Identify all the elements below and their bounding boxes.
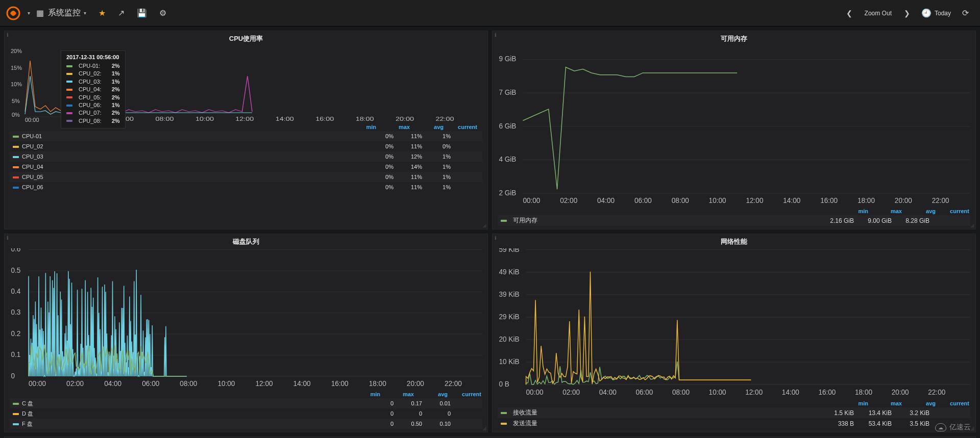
panel-menu-icon[interactable]: ℹ [7,32,9,38]
legend-header: min max avg current [498,398,970,407]
svg-text:0%: 0% [12,112,20,118]
disk-chart[interactable]: 00.10.20.30.40.50.6 00:0002:0004:0006:00… [10,248,482,389]
star-button[interactable]: ★ [92,4,112,22]
time-forward-button[interactable]: ❯ [898,5,916,21]
legend-col-avg[interactable]: avg [911,400,936,406]
zoom-out-button[interactable]: Zoom Out [859,6,898,21]
legend-row[interactable]: CPU_050%11%1% [10,172,482,182]
legend-col-avg[interactable]: avg [911,208,936,214]
panel-title[interactable]: CPU使用率 [5,31,487,45]
svg-text:08:00: 08:00 [672,388,690,397]
resize-handle-icon[interactable]: ◢ [970,425,974,431]
legend-col-current[interactable]: current [945,208,969,214]
svg-text:00:00: 00:00 [25,117,39,122]
svg-text:08:00: 08:00 [672,197,689,204]
panel-memory: ℹ 可用内存 2 GiB4 GiB6 GiB7 GiB9 GiB 00:0002… [492,31,976,229]
svg-text:10:00: 10:00 [195,116,214,122]
legend-header: min max avg current [498,206,970,215]
svg-text:08:00: 08:00 [156,116,174,122]
save-button[interactable]: 💾 [131,4,153,22]
panel-title[interactable]: 可用内存 [493,31,975,45]
time-back-button[interactable]: ❮ [840,5,859,21]
legend-col-max[interactable]: max [385,124,410,130]
legend-row[interactable]: CPU_040%14%1% [10,162,482,172]
watermark-text: 亿速云 [949,423,971,432]
svg-text:20:00: 20:00 [396,116,414,122]
svg-text:0.6: 0.6 [11,248,20,253]
svg-text:00:00: 00:00 [29,380,46,388]
dashboard-picker[interactable]: ▦ 系统监控 ▾ [30,4,92,22]
legend-row[interactable]: 可用内存2.16 GiB9.00 GiB8.28 GiB [498,215,970,226]
svg-text:14:00: 14:00 [293,380,311,388]
grafana-logo-icon[interactable] [5,5,21,21]
clock-icon: 🕘 [921,8,932,18]
panel-title[interactable]: 网络性能 [493,234,975,248]
time-range-picker[interactable]: 🕘 Today [916,4,956,22]
tooltip-row: CPU_03:1% [66,78,120,86]
resize-handle-icon[interactable]: ◢ [970,222,974,228]
legend-row[interactable]: F 盘00.500.10 [10,419,482,429]
cpu-legend-table: CPU-010%11%1%CPU_020%11%0%CPU_030%12%1%C… [10,131,482,192]
svg-text:20%: 20% [11,48,22,54]
tooltip-timestamp: 2017-12-31 00:56:00 [66,54,120,60]
panel-menu-icon[interactable]: ℹ [7,235,9,241]
svg-text:22:00: 22:00 [932,197,949,204]
panel-menu-icon[interactable]: ℹ [495,32,497,38]
legend-col-max[interactable]: max [877,400,902,406]
svg-text:15%: 15% [11,65,22,71]
top-navbar: ▾ ▦ 系统监控 ▾ ★ ↗ 💾 ⚙ ❮ Zoom Out ❯ 🕘 Today … [0,0,980,27]
svg-text:02:00: 02:00 [562,388,580,397]
svg-text:0: 0 [11,372,15,380]
legend-col-min[interactable]: min [356,391,380,397]
resize-handle-icon[interactable]: ◢ [482,222,486,228]
legend-row[interactable]: 接收流量1.5 KiB13.4 KiB3.2 KiB [498,407,970,418]
tooltip-row: CPU_02:1% [66,70,120,78]
legend-row[interactable]: 发送流量338 B53.4 KiB3.5 KiB [498,418,970,429]
svg-text:10%: 10% [11,81,22,87]
share-button[interactable]: ↗ [112,4,131,22]
svg-text:02:00: 02:00 [66,380,84,388]
svg-text:0.1: 0.1 [11,351,20,358]
share-icon: ↗ [118,8,125,18]
svg-text:18:00: 18:00 [855,388,872,397]
svg-text:2 GiB: 2 GiB [499,189,516,196]
legend-col-min[interactable]: min [844,208,868,214]
legend-row[interactable]: C 盘00.170.01 [10,398,482,408]
legend-col-current[interactable]: current [945,400,969,406]
legend-col-avg[interactable]: avg [419,124,444,130]
svg-text:22:00: 22:00 [436,116,454,122]
legend-col-avg[interactable]: avg [423,391,448,397]
svg-text:06:00: 06:00 [142,380,159,388]
svg-text:20:00: 20:00 [892,388,909,397]
legend-row[interactable]: CPU_030%12%1% [10,151,482,162]
legend-row[interactable]: CPU_060%11%1% [10,182,482,192]
svg-text:0.4: 0.4 [11,288,20,295]
panel-title[interactable]: 磁盘队列 [5,234,487,248]
refresh-button[interactable]: ⟳ [956,4,975,22]
memory-chart[interactable]: 2 GiB4 GiB6 GiB7 GiB9 GiB 00:0002:0004:0… [498,45,970,206]
legend-row[interactable]: CPU-010%11%1% [10,131,482,141]
svg-text:00:00: 00:00 [526,388,544,397]
svg-text:20:00: 20:00 [895,197,912,204]
cpu-main-chart[interactable]: 06:0008:0010:0012:0014:0016:0018:0020:00… [109,45,482,122]
svg-text:00:00: 00:00 [523,197,540,204]
legend-col-min[interactable]: min [844,400,868,406]
save-icon: 💾 [137,8,147,18]
legend-col-max[interactable]: max [389,391,414,397]
legend-col-current[interactable]: current [453,124,477,130]
legend-col-max[interactable]: max [877,208,902,214]
panel-menu-icon[interactable]: ℹ [495,235,497,241]
svg-text:16:00: 16:00 [315,116,334,122]
svg-text:04:00: 04:00 [597,197,615,204]
legend-row[interactable]: D 盘000 [10,408,482,419]
svg-text:22:00: 22:00 [445,380,462,388]
network-chart[interactable]: 0 B10 KiB20 KiB29 KiB39 KiB49 KiB59 KiB … [498,248,970,398]
dashboard-grid: ℹ CPU使用率 20% 15% 10% 5% 0% 00:00 [0,27,980,438]
legend-col-current[interactable]: current [457,391,481,397]
legend-row[interactable]: CPU_020%11%0% [10,141,482,151]
svg-text:12:00: 12:00 [256,380,273,388]
settings-button[interactable]: ⚙ [153,4,173,22]
resize-handle-icon[interactable]: ◢ [482,425,486,431]
legend-col-min[interactable]: min [352,124,376,130]
time-range-label: Today [935,10,951,17]
